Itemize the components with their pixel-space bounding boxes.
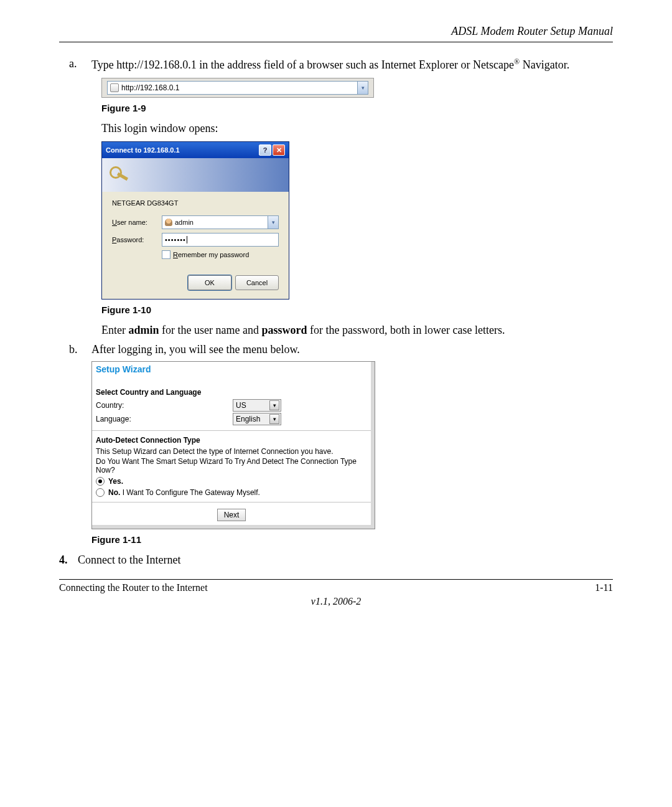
language-select[interactable]: English ▾: [233, 413, 281, 425]
chevron-down-icon[interactable]: ▾: [268, 216, 278, 229]
wizard-section1: Select Country and Language: [96, 388, 367, 397]
language-label: Language:: [96, 415, 233, 423]
enter-instruction: Enter admin for the user name and passwo…: [101, 324, 613, 337]
list-item-b: b. After logging in, you will see the me…: [69, 343, 613, 356]
username-label: User name:: [112, 219, 162, 226]
wizard-section2: Auto-Detect Connection Type: [96, 436, 367, 445]
language-value: English: [236, 415, 260, 423]
list-item-a: a. Type http://192.168.0.1 in the addres…: [69, 57, 613, 72]
country-value: US: [236, 401, 246, 410]
username-field[interactable]: admin ▾: [162, 215, 279, 229]
remember-checkbox[interactable]: [162, 250, 170, 259]
figure-1-9-label: Figure 1-9: [101, 103, 613, 113]
address-url: http://192.168.0.1: [121, 83, 179, 92]
item-b-text: After logging in, you will see the menu …: [91, 343, 613, 356]
wizard-desc1: This Setup Wizard can Detect the type of…: [96, 447, 367, 456]
help-icon[interactable]: ?: [259, 144, 271, 156]
chevron-down-icon[interactable]: ▾: [269, 400, 279, 410]
device-name: NETGEAR DG834GT: [112, 199, 279, 207]
wizard-title: Setup Wizard: [96, 364, 371, 374]
username-value: admin: [175, 219, 194, 226]
step-4: 4. Connect to the Internet: [59, 554, 613, 567]
page-number: 1-11: [595, 582, 613, 593]
setup-wizard-figure: Setup Wizard Select Country and Language…: [91, 361, 375, 529]
address-dropdown-icon[interactable]: ▾: [357, 82, 368, 94]
step-4-number: 4.: [59, 554, 78, 567]
marker-a: a.: [69, 57, 91, 72]
remember-label: Remember my password: [173, 251, 249, 258]
dialog-title: Connect to 192.168.0.1: [106, 146, 180, 154]
password-label: Password:: [112, 236, 162, 243]
dialog-banner: [102, 158, 289, 192]
globe-icon: [110, 83, 119, 92]
next-button[interactable]: Next: [217, 509, 246, 521]
radio-yes-label: Yes.: [108, 477, 123, 486]
wizard-desc2: Do You Want The Smart Setup Wizard To Tr…: [96, 457, 367, 474]
address-bar-figure: http://192.168.0.1 ▾: [101, 78, 374, 98]
footer-version: v1.1, 2006-2: [59, 596, 613, 607]
person-icon: [165, 219, 172, 226]
address-input[interactable]: http://192.168.0.1 ▾: [107, 81, 368, 95]
footer: Connecting the Router to the Internet 1-…: [59, 582, 613, 593]
item-a-text2: Navigator.: [520, 59, 569, 71]
reg-mark: ®: [514, 57, 520, 66]
radio-yes[interactable]: [96, 477, 105, 486]
login-dialog: Connect to 192.168.0.1 ? ✕ NETGEAR DG834…: [101, 141, 289, 300]
item-a-body: Type http://192.168.0.1 in the address f…: [91, 57, 613, 72]
step-4-text: Connect to the Internet: [78, 554, 180, 567]
radio-no[interactable]: [96, 488, 105, 497]
login-intro: This login window opens:: [101, 122, 613, 135]
marker-b: b.: [69, 343, 91, 356]
password-field[interactable]: •••••••: [162, 233, 279, 247]
chevron-down-icon[interactable]: ▾: [269, 414, 279, 424]
radio-no-label: No. I Want To Configure The Gateway Myse…: [108, 488, 260, 497]
keys-icon: [110, 166, 129, 184]
item-a-text1: Type http://192.168.0.1 in the address f…: [91, 59, 514, 71]
figure-1-10-label: Figure 1-10: [101, 304, 613, 315]
figure-1-11-label: Figure 1-11: [91, 534, 613, 545]
cancel-button[interactable]: Cancel: [235, 275, 279, 290]
bottom-rule: [59, 579, 613, 580]
close-icon[interactable]: ✕: [273, 144, 285, 156]
password-value: •••••••: [165, 236, 186, 243]
ok-button[interactable]: OK: [188, 275, 231, 290]
country-label: Country:: [96, 401, 233, 410]
top-rule: [59, 42, 613, 42]
footer-left: Connecting the Router to the Internet: [59, 582, 208, 593]
dialog-titlebar: Connect to 192.168.0.1 ? ✕: [102, 142, 289, 158]
manual-header: ADSL Modem Router Setup Manual: [59, 25, 613, 38]
country-select[interactable]: US ▾: [233, 399, 281, 412]
